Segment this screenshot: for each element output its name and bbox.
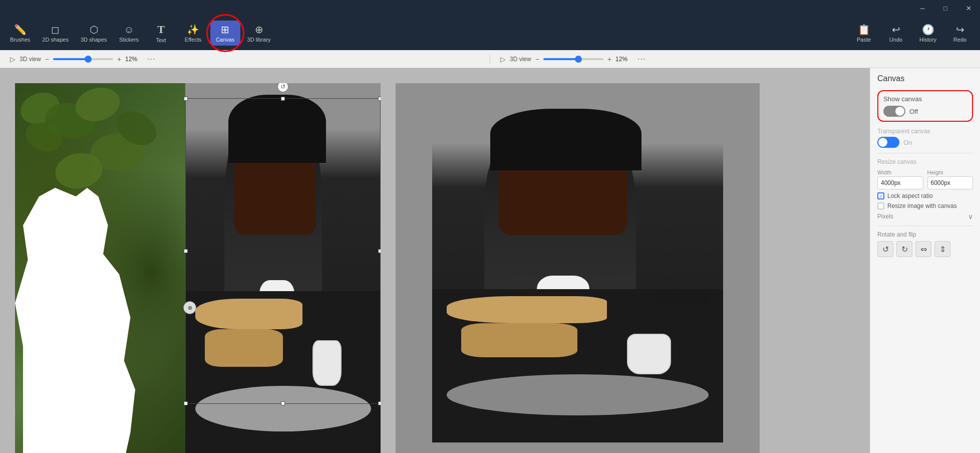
3dshapes-label: 3D shapes <box>81 37 107 43</box>
height-field: Height <box>927 169 973 189</box>
width-input[interactable] <box>877 176 923 189</box>
main-content: ↺ ⊕ <box>0 68 980 453</box>
transparent-canvas-section: Transparent canvas On <box>877 128 973 148</box>
stickers-label: Stickers <box>119 37 139 43</box>
more-options-right[interactable]: ··· <box>637 55 645 64</box>
paste-tool[interactable]: 📋 Paste <box>849 21 879 46</box>
zoom-in-left-icon[interactable]: + <box>117 55 121 63</box>
resize-image-row: Resize image with canvas <box>877 202 973 209</box>
pixels-label: Pixels <box>877 213 893 220</box>
zoom-out-left-icon[interactable]: − <box>45 55 49 63</box>
zoom-in-right-icon[interactable]: + <box>607 55 611 63</box>
text-tool[interactable]: T Text <box>146 20 176 46</box>
right-cafe-scene <box>185 83 381 453</box>
paste-icon: 📋 <box>858 24 870 36</box>
3dlibrary-tool[interactable]: ⊕ 3D library <box>242 21 276 46</box>
2dshapes-label: 2D shapes <box>42 37 69 43</box>
3dview-left-label: 3D view <box>20 56 41 63</box>
canvas-area: ↺ ⊕ <box>0 68 870 453</box>
zoom-slider-left[interactable] <box>53 58 113 60</box>
view-section-left: ▷ 3D view − + 12% ··· <box>0 55 490 64</box>
view-section-right: ▷ 3D view − + 12% ··· <box>490 55 980 64</box>
show-canvas-toggle[interactable] <box>883 106 905 117</box>
maximize-button[interactable]: □ <box>934 0 957 16</box>
pixels-row: Pixels ∨ <box>877 212 973 220</box>
width-field: Width <box>877 169 923 189</box>
lock-aspect-checkbox[interactable]: ✓ <box>877 192 884 199</box>
height-label: Height <box>927 169 973 175</box>
tree-background <box>15 83 185 453</box>
3dlibrary-label: 3D library <box>247 37 271 43</box>
effects-tool[interactable]: ✨ Effects <box>178 21 208 46</box>
canvas-btn-wrapper: ⊞ Canvas <box>210 21 240 46</box>
3dview-right-icon[interactable]: ▷ <box>500 55 506 63</box>
history-icon: 🕐 <box>922 24 934 36</box>
zoom-out-right-icon[interactable]: − <box>535 55 539 63</box>
view-bar: ▷ 3D view − + 12% ··· ▷ 3D view − + 12% … <box>0 50 980 68</box>
transparent-state-text: On <box>903 139 912 146</box>
height-input[interactable] <box>927 176 973 189</box>
rotate-left-icon: ↺ <box>882 245 889 254</box>
paste-label: Paste <box>857 37 871 43</box>
preview-scene <box>432 102 724 443</box>
brushes-icon: ✏️ <box>14 24 27 36</box>
resize-row: Width Height <box>877 169 973 189</box>
panel-title: Canvas <box>877 74 973 83</box>
history-label: History <box>919 37 936 43</box>
more-options-left[interactable]: ··· <box>147 55 155 64</box>
flip-v-icon: ⇕ <box>939 245 946 254</box>
lock-aspect-label: Lock aspect ratio <box>887 192 933 199</box>
transparent-canvas-toggle[interactable] <box>877 137 899 148</box>
flip-h-icon: ⇔ <box>920 245 927 254</box>
text-label: Text <box>156 37 166 43</box>
flip-vertical-button[interactable]: ⇕ <box>934 241 950 257</box>
show-canvas-section: Show canvas Off <box>877 90 973 122</box>
3dlibrary-icon: ⊕ <box>255 24 263 36</box>
right-preview-panel <box>396 83 760 453</box>
window-controls: ─ □ ✕ <box>911 0 980 16</box>
stickers-tool[interactable]: ☺ Stickers <box>114 21 144 46</box>
transparent-canvas-thumb <box>878 138 887 147</box>
brushes-label: Brushes <box>10 37 30 43</box>
close-button[interactable]: ✕ <box>957 0 980 16</box>
rotate-right-button[interactable]: ↻ <box>896 241 912 257</box>
undo-tool[interactable]: ↩ Undo <box>881 21 911 46</box>
resize-canvas-label: Resize canvas <box>877 158 973 165</box>
redo-tool[interactable]: ↪ Redo <box>945 21 975 46</box>
canvas-tool[interactable]: ⊞ Canvas <box>210 21 240 46</box>
left-edit-panel: ↺ ⊕ <box>15 83 381 453</box>
undo-icon: ↩ <box>892 24 900 36</box>
text-icon: T <box>157 23 165 36</box>
toolbar-right: 📋 Paste ↩ Undo 🕐 History ↪ Redo <box>849 21 975 46</box>
transparent-canvas-label: Transparent canvas <box>877 128 973 135</box>
rotate-buttons: ↺ ↻ ⇔ ⇕ <box>877 241 973 257</box>
zoom-percent-right: 12% <box>615 56 633 63</box>
history-tool[interactable]: 🕐 History <box>913 21 943 46</box>
show-canvas-row: Show canvas <box>883 95 967 103</box>
undo-label: Undo <box>889 37 902 43</box>
divider-2 <box>877 225 973 226</box>
2dshapes-tool[interactable]: ◻ 2D shapes <box>37 21 74 46</box>
3dshapes-tool[interactable]: ⬡ 3D shapes <box>76 21 112 46</box>
resize-image-checkbox[interactable] <box>877 202 884 209</box>
show-canvas-state: Off <box>909 108 918 115</box>
rotate-flip-label: Rotate and flip <box>877 231 973 238</box>
flip-horizontal-button[interactable]: ⇔ <box>915 241 931 257</box>
rotate-right-icon: ↻ <box>901 245 908 254</box>
stickers-icon: ☺ <box>124 24 134 36</box>
right-panel: Canvas Show canvas Off Transparent canva… <box>870 68 980 453</box>
rotate-left-button[interactable]: ↺ <box>877 241 893 257</box>
3dview-left-icon[interactable]: ▷ <box>10 55 16 63</box>
show-canvas-thumb <box>895 107 904 116</box>
show-canvas-label: Show canvas <box>883 95 922 103</box>
move-handle[interactable]: ⊕ <box>183 301 196 314</box>
2dshapes-icon: ◻ <box>51 24 60 36</box>
minimize-button[interactable]: ─ <box>911 0 934 16</box>
pixels-chevron-icon[interactable]: ∨ <box>968 212 973 220</box>
canvas-icon: ⊞ <box>221 24 229 36</box>
window-titlebar: ─ □ ✕ <box>0 0 980 16</box>
effects-icon: ✨ <box>187 24 199 36</box>
resize-image-label: Resize image with canvas <box>887 202 957 209</box>
brushes-tool[interactable]: ✏️ Brushes <box>5 21 35 46</box>
zoom-slider-right[interactable] <box>543 58 603 60</box>
